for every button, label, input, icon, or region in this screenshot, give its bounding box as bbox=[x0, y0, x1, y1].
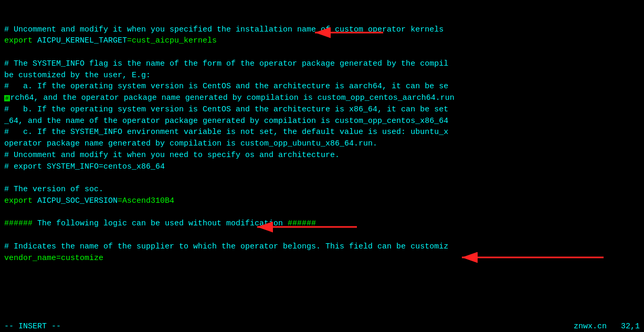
code-line: # export SYSTEM_INFO=centos_x86_64 bbox=[4, 161, 640, 173]
code-line: export AICPU_KERNEL_TARGET=cust_aicpu_ke… bbox=[4, 35, 640, 47]
bottom-bar: -- INSERT -- znwx.cn 32,1 bbox=[0, 321, 644, 332]
code-line bbox=[4, 207, 640, 219]
code-line: # Uncomment and modify it when you speci… bbox=[4, 24, 640, 36]
code-line: export AICPU_SOC_VERSION=Ascend310B4 bbox=[4, 195, 640, 207]
code-line: operator package name generated by compi… bbox=[4, 138, 640, 150]
code-line bbox=[4, 47, 640, 58]
code-line: vendor_name=customize bbox=[4, 253, 640, 264]
code-line: be customized by the user, E.g: bbox=[4, 70, 640, 81]
code-line: # c. If the SYSTEM_INFO environment vari… bbox=[4, 127, 640, 138]
code-line: # Indicates the name of the supplier to … bbox=[4, 241, 640, 253]
code-line: #rch64, and the operator package name ge… bbox=[4, 92, 640, 104]
code-line: # a. If the operating system version is … bbox=[4, 81, 640, 92]
cursor-position: znwx.cn 32,1 bbox=[574, 322, 640, 331]
code-line: # The version of soc. bbox=[4, 184, 640, 195]
code-line bbox=[4, 230, 640, 241]
code-line: # Uncomment and modify it when you need … bbox=[4, 150, 640, 161]
code-line: # b. If the operating system version is … bbox=[4, 104, 640, 116]
insert-mode: -- INSERT -- bbox=[4, 322, 61, 331]
code-line: _64, and the name of the operator packag… bbox=[4, 116, 640, 127]
code-editor: # Uncomment and modify it when you speci… bbox=[0, 0, 644, 265]
code-line: # The SYSTEM_INFO flag is the name of th… bbox=[4, 58, 640, 70]
watermark: znwx.cn bbox=[574, 322, 607, 331]
code-line: ###### The following logic can be used w… bbox=[4, 218, 640, 230]
code-line bbox=[4, 172, 640, 184]
